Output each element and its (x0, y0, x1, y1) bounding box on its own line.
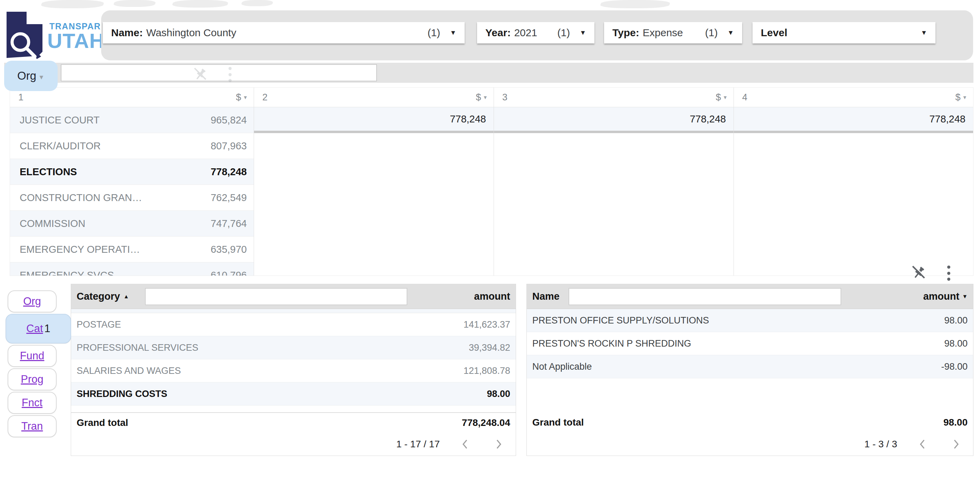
table-row-selected[interactable]: ELECTIONS778,248 (10, 159, 254, 185)
category-grand-total-row: Grand total778,248.04 (71, 412, 516, 433)
scrolled-row-sliver (71, 309, 516, 313)
name-search-input[interactable] (568, 288, 841, 305)
tab-prog[interactable]: Prog (8, 368, 57, 390)
watermark-shape (240, 0, 274, 6)
sort-asc-icon: ▲ (124, 293, 129, 300)
column-2-metric-sort[interactable]: $▾ (476, 92, 487, 103)
filter-type-label: Type: (612, 27, 639, 39)
page-range: 1 - 3 / 3 (864, 439, 897, 450)
watermark-shape (40, 0, 105, 8)
watermark-shape (171, 0, 229, 8)
column-2-header: 2 (262, 92, 267, 103)
table-row[interactable]: 778,248 (734, 107, 973, 133)
transparent-utah-dashboard: TRANSPARENT UTAH Name: Washington County… (0, 0, 980, 488)
dropdown-triangle-icon: ▼ (38, 74, 45, 81)
org-dimension-selector[interactable]: Org ▼ (4, 61, 58, 91)
watermark-shape (599, 0, 671, 8)
tab-org-label: Org (23, 295, 41, 307)
list-item[interactable]: SALARIES AND WAGES121,808.78 (71, 360, 516, 382)
filter-year-value: 2021 (514, 27, 537, 39)
name-sort-header[interactable]: Name (532, 291, 560, 302)
filter-chip-level[interactable]: Level ▼ (752, 22, 935, 43)
prev-page-button[interactable] (915, 437, 930, 452)
filter-chip-name[interactable]: Name: Washington County (1) ▼ (103, 22, 465, 43)
list-item[interactable]: PRESTON OFFICE SUPPLY/SOLUTIONS98.00 (527, 309, 973, 332)
sort-triangle-icon: ▾ (484, 94, 487, 101)
tab-fnct[interactable]: Fnct (8, 392, 57, 414)
unpin-icon[interactable] (910, 263, 926, 281)
tab-fund[interactable]: Fund (8, 345, 57, 367)
table-row[interactable]: EMERGENCY OPERATI…635,970 (10, 236, 254, 263)
tab-tran-label: Tran (21, 420, 43, 433)
tab-prog-label: Prog (21, 373, 43, 385)
vendor-grand-total-row: Grand total98.00 (527, 412, 973, 433)
tab-cat-label: Cat (26, 322, 43, 335)
filter-year-label: Year: (485, 27, 511, 39)
chevron-down-icon: ▼ (450, 29, 457, 36)
vendor-table-card: Name amount ▼ PRESTON OFFICE SUPPLY/SOLU… (527, 284, 974, 456)
vendor-table-header: Name amount ▼ (527, 284, 973, 309)
column-4-header: 4 (742, 92, 747, 103)
page-range: 1 - 17 / 17 (396, 439, 440, 450)
next-page-button[interactable] (948, 437, 963, 452)
vendor-pagination: 1 - 3 / 3 (527, 433, 973, 456)
category-sort-header[interactable]: Category ▲ (76, 291, 129, 302)
category-search-input[interactable] (145, 288, 407, 305)
list-item[interactable]: PROFESSIONAL SERVICES39,394.82 (71, 336, 516, 360)
column-3-header: 3 (502, 92, 508, 103)
filter-name-label: Name: (111, 27, 143, 39)
table-row[interactable]: 778,248 (254, 107, 494, 133)
list-item[interactable]: POSTAGE141,623.37 (71, 313, 516, 336)
watermark-shape (113, 0, 156, 7)
org-table-column-2: 2 $▾ 778,248 (254, 87, 494, 276)
table-row[interactable]: CONSTRUCTION GRAN…762,549 (10, 185, 254, 211)
category-table-header: Category ▲ amount (71, 284, 516, 309)
category-table-card: Category ▲ amount POSTAGE141,623.37 PROF… (71, 284, 516, 456)
filter-type-value: Expense (643, 27, 683, 39)
list-item-selected[interactable]: SHREDDING COSTS98.00 (71, 382, 516, 406)
column-1-metric-sort[interactable]: $▾ (236, 92, 247, 103)
kebab-menu-icon-faint (226, 67, 233, 82)
vendor-amount-sort-header[interactable]: amount ▼ (923, 291, 967, 302)
list-item[interactable]: PRESTON'S ROCKIN P SHREDDING98.00 (527, 332, 973, 355)
prev-page-button[interactable] (458, 437, 473, 452)
chevron-down-icon: ▼ (921, 29, 927, 36)
table-row-clipped[interactable]: EMERGENCY SVCS610,796 (10, 263, 254, 276)
next-page-button[interactable] (491, 437, 506, 452)
org-table-column-4: 4 $▾ 778,248 (734, 87, 973, 276)
table-row[interactable]: COMMISSION747,764 (10, 211, 254, 236)
sort-triangle-icon: ▾ (724, 94, 727, 101)
unpin-icon-faint (192, 65, 208, 83)
filter-chip-year[interactable]: Year: 2021 (1) ▼ (477, 22, 594, 43)
org-table-column-3: 3 $▾ 778,248 (494, 87, 734, 276)
category-rows: POSTAGE141,623.37 PROFESSIONAL SERVICES3… (71, 313, 516, 414)
sort-triangle-icon: ▾ (963, 94, 966, 101)
sort-desc-icon: ▼ (962, 293, 967, 300)
table-row[interactable]: CLERK/AUDITOR807,963 (10, 133, 254, 159)
column-4-metric-sort[interactable]: $▾ (955, 92, 966, 103)
column-3-metric-sort[interactable]: $▾ (716, 92, 727, 103)
tab-cat-badge: 1 (45, 322, 50, 335)
chevron-down-icon: ▼ (579, 29, 586, 36)
category-amount-sort-header[interactable]: amount (474, 291, 510, 302)
table-row[interactable]: JUSTICE COURT965,824 (10, 107, 254, 133)
filter-name-count: (1) (428, 27, 441, 39)
tab-fnct-label: Fnct (22, 397, 43, 409)
org-amount-table: 1 $▾ JUSTICE COURT965,824 CLERK/AUDITOR8… (10, 87, 974, 276)
filter-chip-type[interactable]: Type: Expense (1) ▼ (604, 22, 742, 43)
tab-tran[interactable]: Tran (8, 415, 57, 437)
filter-year-count: (1) (557, 27, 570, 39)
org-table-column-1: 1 $▾ JUSTICE COURT965,824 CLERK/AUDITOR8… (10, 87, 254, 276)
table-row[interactable]: 778,248 (494, 107, 733, 133)
tab-fund-label: Fund (20, 350, 45, 362)
filter-level-label: Level (761, 27, 788, 39)
kebab-menu-icon[interactable] (945, 266, 952, 281)
org-search-input[interactable] (61, 64, 377, 81)
tab-org[interactable]: Org (8, 290, 57, 312)
tab-cat-selected[interactable]: Cat 1 (6, 314, 71, 344)
vendor-rows: PRESTON OFFICE SUPPLY/SOLUTIONS98.00 PRE… (527, 309, 973, 378)
org-selector-label: Org (17, 69, 36, 82)
list-item[interactable]: Not Applicable-98.00 (527, 355, 973, 378)
utah-state-logo-icon (5, 10, 44, 59)
filter-name-value: Washington County (146, 27, 237, 39)
